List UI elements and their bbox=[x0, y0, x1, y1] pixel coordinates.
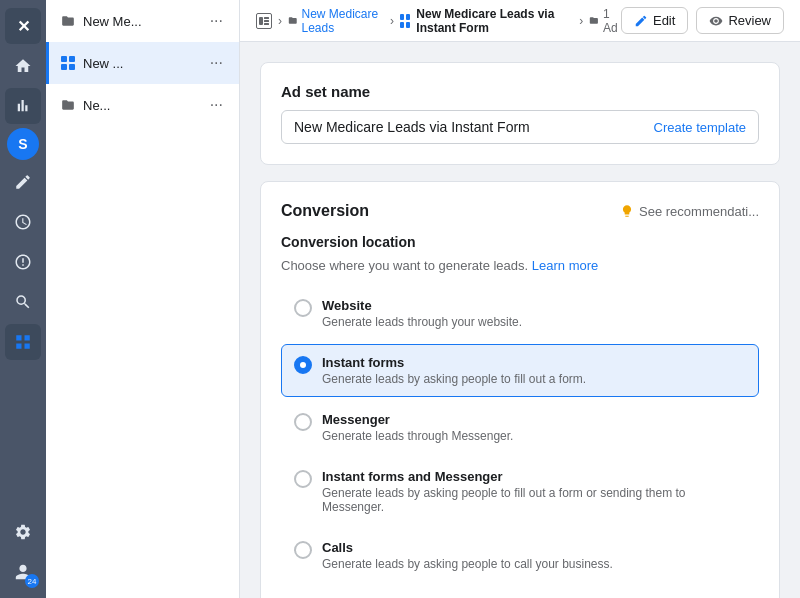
home-button[interactable] bbox=[5, 48, 41, 84]
breadcrumb-sep-3: › bbox=[579, 14, 583, 28]
emoji-icon bbox=[14, 253, 32, 271]
radio-desc-instant-forms-messenger: Generate leads by asking people to fill … bbox=[322, 486, 746, 514]
radio-option-messenger[interactable]: MessengerGenerate leads through Messenge… bbox=[281, 401, 759, 454]
face-button[interactable] bbox=[5, 244, 41, 280]
lightbulb-icon bbox=[620, 204, 634, 218]
sidebar-panel: New Me... ··· New ... ··· Ne... ··· bbox=[46, 0, 240, 598]
see-recommendations-button[interactable]: See recommendati... bbox=[620, 204, 759, 219]
radio-title-messenger: Messenger bbox=[322, 412, 746, 427]
svg-rect-0 bbox=[259, 17, 263, 25]
sidebar-item-campaign[interactable]: New Me... ··· bbox=[46, 0, 239, 42]
radio-title-website: Website bbox=[322, 298, 746, 313]
breadcrumb-item-ad: 1 Ad bbox=[589, 7, 621, 35]
learn-more-link[interactable]: Learn more bbox=[532, 258, 598, 273]
sidebar-item-adset[interactable]: New ... ··· bbox=[46, 42, 239, 84]
search-button[interactable] bbox=[5, 284, 41, 320]
radio-desc-website: Generate leads through your website. bbox=[322, 315, 746, 329]
settings-icon bbox=[14, 523, 32, 541]
badge-button[interactable]: 24 bbox=[5, 554, 41, 590]
conversion-options: WebsiteGenerate leads through your websi… bbox=[281, 287, 759, 598]
ad-breadcrumb-text: 1 Ad bbox=[603, 7, 621, 35]
edit-pencil-icon bbox=[634, 14, 648, 28]
sidebar-item-campaign-more[interactable]: ··· bbox=[206, 10, 227, 32]
grid-nav-button[interactable] bbox=[5, 324, 41, 360]
review-button[interactable]: Review bbox=[696, 7, 784, 34]
grid-nav-icon bbox=[14, 333, 32, 351]
grid-icon bbox=[61, 56, 75, 70]
sidebar-toggle-icon[interactable] bbox=[256, 13, 272, 29]
clock-icon bbox=[14, 213, 32, 231]
chart-button[interactable] bbox=[5, 88, 41, 124]
breadcrumb-sep-2: › bbox=[390, 14, 394, 28]
radio-circle-instant-forms bbox=[294, 356, 312, 374]
radio-content-website: WebsiteGenerate leads through your websi… bbox=[322, 298, 746, 329]
radio-desc-calls: Generate leads by asking people to call … bbox=[322, 557, 746, 571]
see-recommendations-label: See recommendati... bbox=[639, 204, 759, 219]
avatar[interactable]: S bbox=[7, 128, 39, 160]
pencil-icon bbox=[14, 173, 32, 191]
radio-title-instant-forms: Instant forms bbox=[322, 355, 746, 370]
adset-name-input[interactable] bbox=[294, 119, 646, 135]
sidebar-item-campaign-label: New Me... bbox=[83, 14, 198, 29]
svg-rect-3 bbox=[264, 23, 269, 25]
adset-name-card: Ad set name Create template bbox=[260, 62, 780, 165]
conversion-title: Conversion bbox=[281, 202, 369, 220]
radio-title-calls: Calls bbox=[322, 540, 746, 555]
breadcrumb-item-campaign: New Medicare Leads bbox=[288, 7, 384, 35]
edit-mode-button[interactable] bbox=[5, 164, 41, 200]
breadcrumb-grid-icon bbox=[400, 14, 410, 28]
radio-option-instant-forms-messenger[interactable]: Instant forms and MessengerGenerate lead… bbox=[281, 458, 759, 525]
radio-circle-calls bbox=[294, 541, 312, 559]
radio-content-calls: CallsGenerate leads by asking people to … bbox=[322, 540, 746, 571]
radio-option-app[interactable]: AppGenerate leads through your app. bbox=[281, 586, 759, 598]
main-content: › New Medicare Leads › New Medicare Lead… bbox=[240, 0, 800, 598]
clock-button[interactable] bbox=[5, 204, 41, 240]
close-button[interactable]: ✕ bbox=[5, 8, 41, 44]
create-template-link[interactable]: Create template bbox=[654, 120, 747, 135]
conversion-card: Conversion See recommendati... Conversio… bbox=[260, 181, 780, 598]
toolbar-actions: Edit Review bbox=[621, 7, 784, 34]
radio-desc-instant-forms: Generate leads by asking people to fill … bbox=[322, 372, 746, 386]
sidebar-item-adset-label: New ... bbox=[83, 56, 198, 71]
breadcrumb-sep-1: › bbox=[278, 14, 282, 28]
sidebar-item-ad-label: Ne... bbox=[83, 98, 198, 113]
conversion-location-label: Conversion location bbox=[281, 234, 759, 250]
radio-circle-website bbox=[294, 299, 312, 317]
search-icon bbox=[14, 293, 32, 311]
svg-rect-1 bbox=[264, 17, 269, 19]
sidebar-item-ad[interactable]: Ne... ··· bbox=[46, 84, 239, 126]
sidebar-item-adset-more[interactable]: ··· bbox=[206, 52, 227, 74]
folder-icon bbox=[61, 14, 75, 28]
adset-name-label: Ad set name bbox=[281, 83, 759, 100]
breadcrumb-bar: › New Medicare Leads › New Medicare Lead… bbox=[240, 0, 800, 42]
eye-icon bbox=[709, 14, 723, 28]
adset-name-input-wrapper: Create template bbox=[281, 110, 759, 144]
choose-text: Choose where you want to generate leads.… bbox=[281, 258, 759, 273]
breadcrumb: › New Medicare Leads › New Medicare Lead… bbox=[256, 7, 621, 35]
content-area: Ad set name Create template Conversion S… bbox=[240, 42, 800, 598]
notification-badge: 24 bbox=[25, 574, 39, 588]
radio-title-instant-forms-messenger: Instant forms and Messenger bbox=[322, 469, 746, 484]
home-icon bbox=[14, 57, 32, 75]
edit-label: Edit bbox=[653, 13, 675, 28]
review-label: Review bbox=[728, 13, 771, 28]
folder-small-icon bbox=[61, 98, 75, 112]
edit-button[interactable]: Edit bbox=[621, 7, 688, 34]
campaign-breadcrumb-link[interactable]: New Medicare Leads bbox=[302, 7, 385, 35]
radio-option-website[interactable]: WebsiteGenerate leads through your websi… bbox=[281, 287, 759, 340]
breadcrumb-ad-folder-icon bbox=[589, 14, 599, 27]
icon-bar: ✕ S 24 bbox=[0, 0, 46, 598]
settings-button[interactable] bbox=[5, 514, 41, 550]
bar-chart-icon bbox=[14, 97, 32, 115]
adset-breadcrumb-text: New Medicare Leads via Instant Form bbox=[416, 7, 573, 35]
svg-rect-2 bbox=[264, 20, 269, 22]
radio-desc-messenger: Generate leads through Messenger. bbox=[322, 429, 746, 443]
radio-content-instant-forms: Instant formsGenerate leads by asking pe… bbox=[322, 355, 746, 386]
radio-circle-messenger bbox=[294, 413, 312, 431]
sidebar-item-ad-more[interactable]: ··· bbox=[206, 94, 227, 116]
radio-content-instant-forms-messenger: Instant forms and MessengerGenerate lead… bbox=[322, 469, 746, 514]
breadcrumb-folder-icon bbox=[288, 14, 298, 27]
radio-option-calls[interactable]: CallsGenerate leads by asking people to … bbox=[281, 529, 759, 582]
radio-content-messenger: MessengerGenerate leads through Messenge… bbox=[322, 412, 746, 443]
radio-option-instant-forms[interactable]: Instant formsGenerate leads by asking pe… bbox=[281, 344, 759, 397]
